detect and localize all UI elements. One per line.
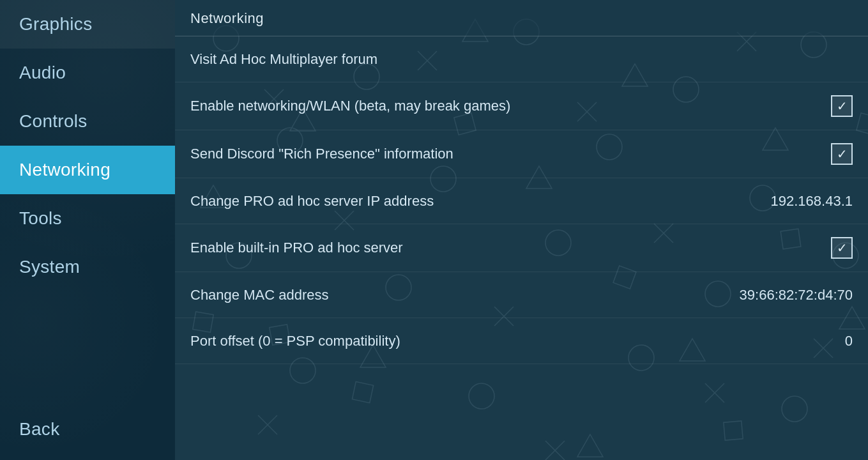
- sidebar-item-controls[interactable]: Controls: [0, 97, 175, 146]
- settings-item-port-offset[interactable]: Port offset (0 = PSP compatibility)0: [175, 318, 868, 364]
- settings-item-mac-address[interactable]: Change MAC address39:66:82:72:d4:70: [175, 272, 868, 318]
- settings-list: Visit Ad Hoc Multiplayer forumEnable net…: [175, 36, 868, 460]
- settings-item-adhoc-server-ip[interactable]: Change PRO ad hoc server IP address192.1…: [175, 178, 868, 224]
- checkbox-builtin-adhoc[interactable]: [831, 237, 853, 259]
- setting-value-port-offset: 0: [845, 333, 853, 349]
- settings-item-enable-networking[interactable]: Enable networking/WLAN (beta, may break …: [175, 82, 868, 130]
- content-wrapper: Networking Visit Ad Hoc Multiplayer foru…: [175, 0, 868, 460]
- settings-item-visit-adhoc[interactable]: Visit Ad Hoc Multiplayer forum: [175, 36, 868, 82]
- back-button[interactable]: Back: [0, 405, 175, 454]
- sidebar-item-audio[interactable]: Audio: [0, 49, 175, 97]
- setting-label-port-offset: Port offset (0 = PSP compatibility): [190, 333, 400, 349]
- setting-label-adhoc-server-ip: Change PRO ad hoc server IP address: [190, 193, 434, 210]
- sidebar-item-graphics[interactable]: Graphics: [0, 0, 175, 49]
- sidebar-item-tools[interactable]: Tools: [0, 194, 175, 243]
- page-title: Networking: [190, 10, 264, 26]
- sidebar: GraphicsAudioControlsNetworkingToolsSyst…: [0, 0, 175, 460]
- sidebar-item-system[interactable]: System: [0, 243, 175, 291]
- checkbox-enable-networking[interactable]: [831, 95, 853, 117]
- setting-label-builtin-adhoc: Enable built-in PRO ad hoc server: [190, 240, 403, 256]
- checkbox-discord-presence[interactable]: [831, 143, 853, 165]
- setting-label-discord-presence: Send Discord "Rich Presence" information: [190, 146, 453, 162]
- main-content: Networking Visit Ad Hoc Multiplayer foru…: [175, 0, 868, 460]
- setting-value-mac-address: 39:66:82:72:d4:70: [740, 287, 853, 303]
- sidebar-item-networking[interactable]: Networking: [0, 146, 175, 194]
- setting-label-enable-networking: Enable networking/WLAN (beta, may break …: [190, 98, 510, 114]
- settings-item-discord-presence[interactable]: Send Discord "Rich Presence" information: [175, 130, 868, 178]
- page-header: Networking: [175, 0, 868, 36]
- setting-value-adhoc-server-ip: 192.168.43.1: [771, 193, 853, 210]
- settings-item-builtin-adhoc[interactable]: Enable built-in PRO ad hoc server: [175, 224, 868, 272]
- setting-label-mac-address: Change MAC address: [190, 287, 328, 303]
- setting-label-visit-adhoc: Visit Ad Hoc Multiplayer forum: [190, 51, 377, 68]
